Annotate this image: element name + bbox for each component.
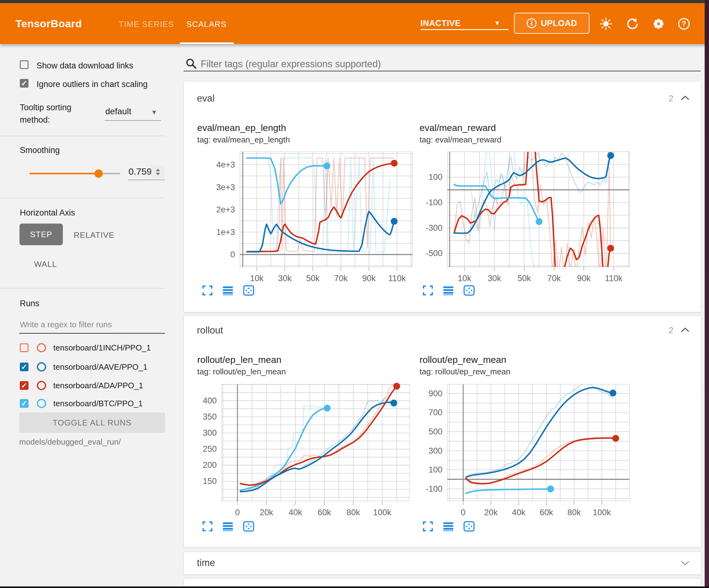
svg-text:30k: 30k <box>488 274 501 283</box>
run-row-aave[interactable]: ✓ tensorboard/AAVE/PPO_1 <box>20 361 148 373</box>
svg-text:900: 900 <box>428 389 442 398</box>
chevron-up-icon[interactable] <box>680 326 690 335</box>
chart-plot-2[interactable]: 150200250300350400020k40k60k80k100k <box>183 369 414 520</box>
axis-wall-button[interactable]: WALL <box>34 259 57 269</box>
next-section-card <box>184 579 701 586</box>
fit-to-data-icon[interactable] <box>463 285 475 297</box>
run-color-swatch[interactable] <box>37 381 46 390</box>
data-table-icon[interactable] <box>222 521 233 533</box>
chart-title: eval/mean_reward <box>420 123 496 133</box>
bottom-strip <box>0 586 709 588</box>
svg-text:20k: 20k <box>260 508 273 517</box>
run-checkbox-ada[interactable]: ✓ <box>20 381 28 390</box>
chevron-up-icon[interactable] <box>680 95 690 103</box>
section-count: 2 <box>669 94 674 103</box>
upload-label: UPLOAD <box>541 19 577 28</box>
svg-text:?: ? <box>682 20 686 28</box>
svg-text:50k: 50k <box>306 274 320 283</box>
smoothing-spinner[interactable] <box>151 165 165 178</box>
caret-down-icon[interactable]: ▾ <box>495 19 499 27</box>
expand-chart-icon[interactable] <box>202 521 213 533</box>
run-label: tensorboard/1INCH/PPO_1 <box>53 343 151 353</box>
chart-tag: tag: eval/mean_reward <box>420 135 501 145</box>
smoothing-slider-thumb[interactable] <box>95 169 103 178</box>
svg-text:350: 350 <box>203 412 217 421</box>
svg-text:40k: 40k <box>512 508 525 517</box>
caret-down-icon[interactable]: ▾ <box>152 108 156 117</box>
brightness-icon[interactable] <box>599 17 612 30</box>
chart-plot-1[interactable]: 100-100-300-50010k30k50k70k90k110k <box>402 136 634 286</box>
divider <box>0 136 165 136</box>
help-icon[interactable]: ? <box>677 17 690 30</box>
data-table-icon[interactable] <box>443 285 454 297</box>
run-row-ada[interactable]: ✓ tensorboard/ADA/PPO_1 <box>20 379 143 392</box>
svg-text:80k: 80k <box>568 508 581 517</box>
svg-text:4e+3: 4e+3 <box>216 160 235 169</box>
time-section-card <box>184 552 701 575</box>
chart-plot-0[interactable]: 01e+32e+33e+34e+310k30k50k70k90k110k <box>195 136 417 286</box>
desktop-right-strip <box>705 0 709 588</box>
settings-gear-icon[interactable] <box>652 17 665 30</box>
smoothing-slider-filled[interactable] <box>29 173 99 174</box>
run-checkbox-aave[interactable]: ✓ <box>20 363 28 371</box>
expand-chart-icon[interactable] <box>202 285 213 297</box>
ignore-outliers-checkbox[interactable]: ✓ <box>20 79 28 87</box>
svg-text:-300: -300 <box>426 223 442 233</box>
run-color-swatch[interactable] <box>37 362 46 372</box>
section-header-eval[interactable]: eval <box>197 93 215 104</box>
svg-text:100: 100 <box>428 465 442 475</box>
run-row-1inch[interactable]: tensorboard/1INCH/PPO_1 <box>20 341 151 354</box>
fit-to-data-icon[interactable] <box>243 521 255 533</box>
smoothing-value-input[interactable]: 0.759 <box>129 166 152 177</box>
upload-button[interactable]: UPLOAD <box>514 13 589 34</box>
svg-text:250: 250 <box>203 444 217 454</box>
svg-text:10k: 10k <box>458 274 472 283</box>
svg-text:200: 200 <box>203 460 217 470</box>
tooltip-select-underline <box>105 120 161 121</box>
spinner-down-icon[interactable] <box>156 173 160 175</box>
tab-scalars[interactable]: SCALARS <box>186 20 227 29</box>
filter-tags-input[interactable]: Filter tags (regular expressions support… <box>201 58 381 70</box>
section-header-time[interactable]: time <box>197 557 215 568</box>
section-header-rollout[interactable]: rollout <box>197 325 223 336</box>
expand-chart-icon[interactable] <box>422 521 434 533</box>
chart-tag: tag: rollout/ep_len_mean <box>197 367 286 377</box>
fit-to-data-icon[interactable] <box>243 285 255 297</box>
chart-toolbar <box>202 285 255 297</box>
data-table-icon[interactable] <box>222 285 233 297</box>
tooltip-sorting-label-2: method: <box>20 115 50 125</box>
status-dropdown[interactable]: INACTIVE <box>420 19 461 28</box>
svg-text:60k: 60k <box>540 508 553 517</box>
svg-text:2e+3: 2e+3 <box>216 205 235 214</box>
chart-plot-3[interactable]: -100100300500700900020k40k60k80k100k <box>402 369 634 520</box>
svg-text:90k: 90k <box>362 274 376 283</box>
tooltip-sorting-select[interactable]: default <box>105 106 131 117</box>
toggle-all-runs-button[interactable]: TOGGLE ALL RUNS <box>19 412 165 433</box>
tab-time-series[interactable]: TIME SERIES <box>119 20 174 29</box>
axis-relative-button[interactable]: RELATIVE <box>74 230 114 240</box>
active-tab-underline <box>180 43 234 44</box>
section-count: 2 <box>669 326 674 335</box>
expand-chart-icon[interactable] <box>422 285 434 297</box>
chevron-down-icon[interactable] <box>680 559 690 568</box>
data-table-icon[interactable] <box>443 521 454 533</box>
fit-to-data-icon[interactable] <box>463 521 475 533</box>
run-color-swatch[interactable] <box>37 343 46 352</box>
svg-text:0: 0 <box>235 508 240 517</box>
run-checkbox-btc[interactable]: ✓ <box>20 399 28 408</box>
show-download-checkbox[interactable] <box>20 60 28 69</box>
run-row-btc[interactable]: ✓ tensorboard/BTC/PPO_1 <box>20 397 143 410</box>
chart-toolbar <box>422 285 475 297</box>
refresh-icon[interactable] <box>626 17 639 30</box>
horizontal-axis-label: Horizontal Axis <box>20 208 75 218</box>
svg-text:300: 300 <box>203 428 217 437</box>
run-checkbox-1inch[interactable] <box>20 343 28 352</box>
run-color-swatch[interactable] <box>37 399 46 408</box>
axis-step-button[interactable]: STEP <box>20 224 63 245</box>
svg-text:70k: 70k <box>334 274 348 283</box>
svg-text:-500: -500 <box>426 249 442 258</box>
runs-filter-input[interactable]: Write a regex to filter runs <box>20 320 112 329</box>
filter-tags-underline <box>184 71 701 72</box>
svg-text:40k: 40k <box>289 508 302 517</box>
spinner-up-icon[interactable] <box>156 169 160 171</box>
